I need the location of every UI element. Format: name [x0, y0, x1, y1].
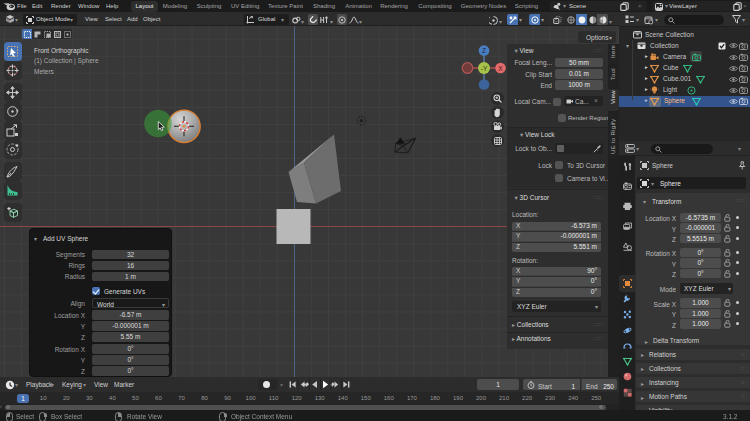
svg-text:Z: Z	[482, 47, 486, 54]
svg-text:-Y: -Y	[481, 65, 488, 72]
svg-text:X: X	[498, 65, 503, 72]
